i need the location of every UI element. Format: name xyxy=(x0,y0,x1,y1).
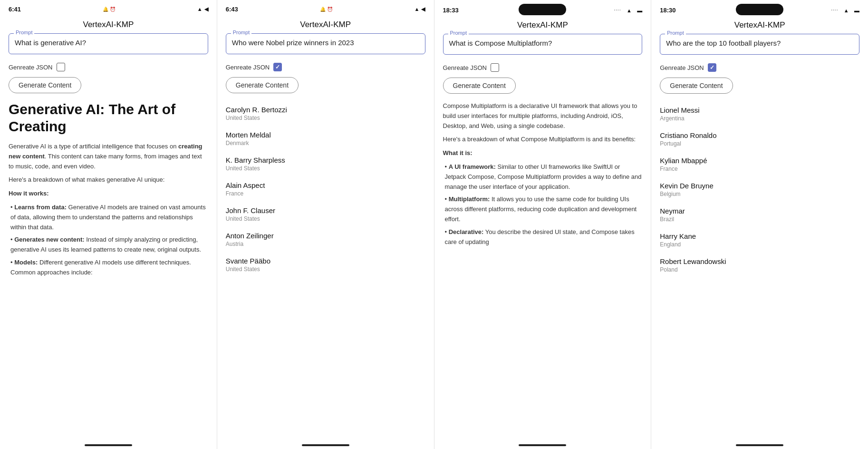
list-item: NeymarBrazil xyxy=(660,202,859,227)
content-area: Generative AI: The Art of CreatingGenera… xyxy=(0,99,217,449)
status-mid-icons: 🔔 ⏰ xyxy=(320,7,333,12)
list-item: Carolyn R. BertozziUnited States xyxy=(226,101,425,126)
bottom-indicator xyxy=(217,439,434,449)
notch xyxy=(736,4,783,15)
list-item-name: Cristiano Ronaldo xyxy=(660,131,859,139)
content-title: Generative AI: The Art of Creating xyxy=(9,101,208,135)
bottom-indicator xyxy=(0,439,217,449)
list-item-name: Kylian Mbappé xyxy=(660,156,859,165)
generate-json-label: Genreate JSON xyxy=(660,64,704,71)
generate-content-button[interactable]: Generate Content xyxy=(660,78,733,94)
status-right-icons: ▲◀ xyxy=(415,6,425,12)
content-block: • Generates new content: Instead of simp… xyxy=(9,235,208,255)
generate-json-row: Genreate JSON xyxy=(651,59,868,76)
bottom-indicator xyxy=(434,439,651,449)
content-block: Generative AI is a type of artificial in… xyxy=(9,142,208,171)
status-time: 6:41 xyxy=(9,6,21,13)
list-item-country: Belgium xyxy=(660,191,859,197)
generate-content-button[interactable]: Generate Content xyxy=(443,78,516,94)
prompt-section: PromptWho were Nobel prize winners in 20… xyxy=(217,33,434,54)
list-item-country: Denmark xyxy=(226,140,425,146)
content-area: Compose Multiplatform is a declarative U… xyxy=(434,99,651,449)
status-time: 6:43 xyxy=(226,6,238,13)
content-block: What it is: xyxy=(443,148,643,158)
list-item: Svante PääboUnited States xyxy=(226,252,425,277)
content-block: • Learns from data: Generative AI models… xyxy=(9,203,208,232)
prompt-input[interactable]: What is Compose Multiplatform? xyxy=(449,39,637,50)
list-item-name: Neymar xyxy=(660,207,859,215)
content-block: • Multiplatform: It allows you to use th… xyxy=(443,195,643,224)
prompt-label: Prompt xyxy=(231,29,251,35)
list-item-country: France xyxy=(226,190,425,197)
generate-json-label: Genreate JSON xyxy=(9,64,53,71)
generate-json-checkbox[interactable] xyxy=(708,63,716,72)
list-item: Morten MeldalDenmark xyxy=(226,126,425,151)
generate-json-row: Genreate JSON xyxy=(434,59,651,76)
list-item-name: Anton Zeilinger xyxy=(226,232,425,240)
list-item: Kevin De BruyneBelgium xyxy=(660,177,859,202)
content-block: How it works: xyxy=(9,189,208,199)
status-mid-icons: 🔔 ⏰ xyxy=(103,7,116,12)
list-item: Anton ZeilingerAustria xyxy=(226,227,425,252)
list-item-name: Morten Meldal xyxy=(226,131,425,139)
screens-container: 6:41 🔔 ⏰▲◀VertexAI-KMPPromptWhat is gene… xyxy=(0,0,868,449)
home-indicator xyxy=(519,444,566,446)
generate-content-button[interactable]: Generate Content xyxy=(226,77,299,93)
list-item-name: Lionel Messi xyxy=(660,106,859,114)
list-item-name: K. Barry Sharpless xyxy=(226,156,425,164)
generate-content-button[interactable]: Generate Content xyxy=(9,77,81,93)
prompt-section: PromptWho are the top 10 football player… xyxy=(651,34,868,55)
prompt-field-wrapper: PromptWhat is Compose Multiplatform? xyxy=(443,34,643,55)
prompt-label: Prompt xyxy=(665,30,685,36)
status-bar: 18:30···· ▲ ▬ xyxy=(651,0,868,16)
list-item-name: John F. Clauser xyxy=(226,206,425,215)
generate-json-row: Genreate JSON xyxy=(0,59,217,75)
list-item: Lionel MessiArgentina xyxy=(660,101,859,127)
status-time: 18:33 xyxy=(443,7,459,14)
content-block: Here's a breakdown of what Compose Multi… xyxy=(443,135,643,145)
content-block: Here's a breakdown of what makes generat… xyxy=(9,175,208,185)
status-bar: 6:41 🔔 ⏰▲◀ xyxy=(0,0,217,15)
content-block: Compose Multiplatform is a declarative U… xyxy=(443,101,643,131)
content-block: • Declarative: You describe the desired … xyxy=(443,227,643,247)
generate-json-checkbox[interactable] xyxy=(273,63,282,71)
list-item: Kylian MbappéFrance xyxy=(660,152,859,177)
list-item: Harry KaneEngland xyxy=(660,227,859,253)
generate-json-label: Genreate JSON xyxy=(443,64,487,71)
list-item-country: United States xyxy=(226,266,425,273)
list-item: Cristiano RonaldoPortugal xyxy=(660,127,859,152)
prompt-section: PromptWhat is Compose Multiplatform? xyxy=(434,34,651,55)
prompt-input[interactable]: Who were Nobel prize winners in 2023 xyxy=(232,39,419,50)
status-right-icons: ···· ▲ ▬ xyxy=(614,7,643,14)
notch xyxy=(519,4,566,15)
content-body: Generative AI is a type of artificial in… xyxy=(9,142,208,278)
list-item-country: United States xyxy=(226,165,425,172)
prompt-input[interactable]: What is generative AI? xyxy=(15,39,202,50)
status-bar: 18:33···· ▲ ▬ xyxy=(434,0,651,16)
list-item: Robert LewandowskiPoland xyxy=(660,253,859,278)
generate-json-checkbox[interactable] xyxy=(491,63,499,72)
content-area: Carolyn R. BertozziUnited StatesMorten M… xyxy=(217,99,434,449)
list-item-country: France xyxy=(660,166,859,172)
content-block: • Models: Different generative AI models… xyxy=(9,258,208,278)
list-item-country: Poland xyxy=(660,266,859,273)
generate-json-checkbox[interactable] xyxy=(57,63,65,71)
list-item: Alain AspectFrance xyxy=(226,176,425,202)
list-item-name: Kevin De Bruyne xyxy=(660,182,859,190)
home-indicator xyxy=(85,444,132,446)
status-right-icons: ···· ▲ ▬ xyxy=(831,7,859,14)
prompt-input[interactable]: Who are the top 10 football players? xyxy=(666,39,853,50)
list-item: K. Barry SharplessUnited States xyxy=(226,151,425,176)
bottom-indicator xyxy=(651,439,868,449)
list-item-name: Alain Aspect xyxy=(226,181,425,189)
list-item-country: United States xyxy=(226,215,425,222)
status-time: 18:30 xyxy=(660,7,675,14)
content-block: • A UI framework: Similar to other UI fr… xyxy=(443,162,643,192)
screen-1: 6:41 🔔 ⏰▲◀VertexAI-KMPPromptWhat is gene… xyxy=(0,0,217,449)
home-indicator xyxy=(736,444,783,446)
prompt-field-wrapper: PromptWho are the top 10 football player… xyxy=(660,34,859,55)
list-item: John F. ClauserUnited States xyxy=(226,202,425,227)
content-area: Lionel MessiArgentinaCristiano RonaldoPo… xyxy=(651,99,868,449)
list-item-country: Brazil xyxy=(660,216,859,223)
prompt-label: Prompt xyxy=(14,29,34,35)
